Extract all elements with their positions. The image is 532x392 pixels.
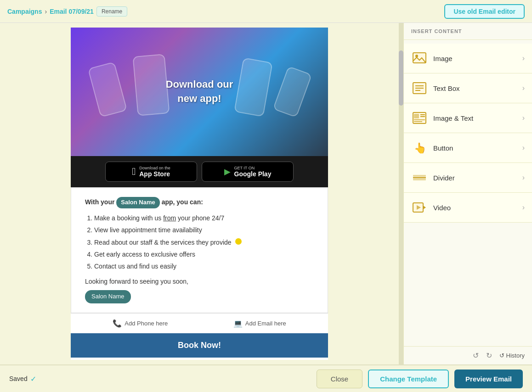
- change-template-button[interactable]: Change Template: [368, 370, 449, 388]
- email-contact[interactable]: 💻 Add Email here: [233, 319, 286, 328]
- image-text-arrow-icon: ›: [522, 114, 525, 122]
- insert-content-header: INSERT CONTENT: [404, 23, 532, 40]
- button-label: Button: [433, 144, 522, 152]
- banner-image: Download our new app!: [71, 28, 328, 156]
- book-now-bar[interactable]: Book Now!: [71, 333, 328, 358]
- cursor-indicator: [235, 238, 242, 245]
- svg-rect-13: [413, 175, 426, 177]
- banner-text: Download our new app!: [166, 78, 233, 106]
- phone-contact[interactable]: 📞 Add Phone here: [113, 319, 168, 328]
- undo-button[interactable]: ↺: [473, 351, 479, 360]
- saved-status: Saved ✓: [9, 375, 36, 383]
- button-arrow-icon: ›: [522, 144, 525, 152]
- button-icon: 👆: [411, 140, 428, 156]
- play-icon: ▶: [224, 167, 231, 177]
- text-box-icon: [411, 80, 428, 96]
- top-bar: Campaigns › Email 07/09/21 Rename Use ol…: [0, 0, 532, 23]
- phone-decoration-4: [273, 66, 312, 118]
- right-panel: INSERT CONTENT Image ›: [403, 23, 532, 364]
- bottom-actions: Close Change Template Preview Email: [317, 370, 523, 388]
- list-item: Contact us and find us easily: [94, 261, 314, 271]
- content-items-list: Image › Text Box ›: [404, 40, 532, 346]
- image-label: Image: [433, 55, 522, 62]
- content-item-text-box[interactable]: Text Box ›: [404, 73, 532, 103]
- divider-icon: [411, 169, 428, 186]
- scrollbar-track[interactable]: [399, 23, 403, 364]
- close-button[interactable]: Close: [317, 370, 362, 388]
- main-area: Download our new app!  Download on the …: [0, 23, 532, 364]
- rename-button[interactable]: Rename: [96, 6, 127, 17]
- use-old-editor-button[interactable]: Use old Email editor: [444, 4, 525, 19]
- svg-rect-0: [413, 53, 426, 63]
- phone-decoration-2: [132, 54, 170, 116]
- apple-store-text: Download on the App Store: [139, 166, 170, 178]
- content-item-image[interactable]: Image ›: [404, 44, 532, 73]
- salon-name-badge: Salon Name: [116, 197, 159, 208]
- svg-text:👆: 👆: [414, 142, 427, 154]
- email-icon: 💻: [233, 319, 243, 328]
- contact-row: 📞 Add Phone here 💻 Add Email here: [71, 313, 328, 333]
- image-text-label: Image & Text: [433, 114, 522, 122]
- text-content[interactable]: With your Salon Name app, you can: Make …: [71, 187, 328, 313]
- divider-arrow-icon: ›: [522, 174, 525, 182]
- intro-paragraph: With your Salon Name app, you can:: [85, 197, 314, 208]
- phone-decoration-1: [88, 62, 127, 118]
- list-item: Make a booking with us from your phone 2…: [94, 213, 314, 223]
- preview-email-button[interactable]: Preview Email: [454, 370, 523, 388]
- history-row: ↺ ↻ ↺ History: [404, 346, 532, 364]
- divider-label: Divider: [433, 174, 522, 182]
- email-canvas: Download our new app!  Download on the …: [71, 28, 328, 360]
- phone-icon: 📞: [113, 319, 122, 328]
- svg-rect-7: [414, 114, 419, 118]
- saved-check-icon: ✓: [30, 375, 36, 383]
- breadcrumb-email: Email 07/09/21: [50, 8, 94, 15]
- scrollbar-thumb[interactable]: [399, 50, 403, 106]
- breadcrumb-campaigns[interactable]: Campaigns: [7, 8, 42, 15]
- content-item-image-text[interactable]: Image & Text ›: [404, 103, 532, 133]
- history-icon: ↺: [499, 352, 504, 359]
- apple-icon: : [132, 166, 136, 178]
- text-box-label: Text Box: [433, 84, 522, 92]
- closing-text: Looking forward to seeing you soon,: [85, 276, 314, 286]
- image-arrow-icon: ›: [522, 54, 525, 62]
- content-item-divider[interactable]: Divider ›: [404, 163, 532, 193]
- canvas-area: Download our new app!  Download on the …: [0, 23, 399, 364]
- bottom-bar: Saved ✓ Close Change Template Preview Em…: [0, 364, 532, 392]
- list-item: View live appointment time availability: [94, 225, 314, 235]
- saved-text: Saved: [9, 375, 28, 382]
- history-button[interactable]: ↺ History: [499, 352, 525, 359]
- feature-list: Make a booking with us from your phone 2…: [94, 213, 314, 272]
- list-item: Get early access to exclusive offers: [94, 249, 314, 259]
- email-label: Add Email here: [245, 320, 286, 327]
- google-play-button[interactable]: ▶ GET IT ON Google Play: [202, 162, 294, 182]
- svg-marker-17: [423, 206, 426, 209]
- video-icon: [411, 199, 428, 216]
- svg-rect-14: [413, 179, 426, 180]
- salon-name-button[interactable]: Salon Name: [85, 290, 131, 303]
- list-item: Read about our staff & the services they…: [94, 237, 314, 247]
- content-item-video[interactable]: Video ›: [404, 193, 532, 223]
- video-label: Video: [433, 204, 522, 212]
- video-arrow-icon: ›: [522, 203, 525, 212]
- phone-label: Add Phone here: [125, 320, 168, 327]
- history-label-text: History: [506, 352, 525, 359]
- image-icon: [411, 50, 428, 67]
- breadcrumb-separator: ›: [45, 8, 47, 15]
- breadcrumb: Campaigns › Email 07/09/21 Rename: [7, 6, 127, 17]
- redo-button[interactable]: ↻: [486, 351, 492, 360]
- phone-decoration-3: [234, 57, 273, 117]
- image-text-icon: [411, 110, 428, 126]
- text-box-arrow-icon: ›: [522, 84, 525, 92]
- apple-store-button[interactable]:  Download on the App Store: [105, 162, 197, 182]
- google-play-text: GET IT ON Google Play: [234, 166, 272, 178]
- content-item-button[interactable]: 👆 Button ›: [404, 133, 532, 163]
- app-store-row:  Download on the App Store ▶ GET IT ON …: [71, 156, 328, 187]
